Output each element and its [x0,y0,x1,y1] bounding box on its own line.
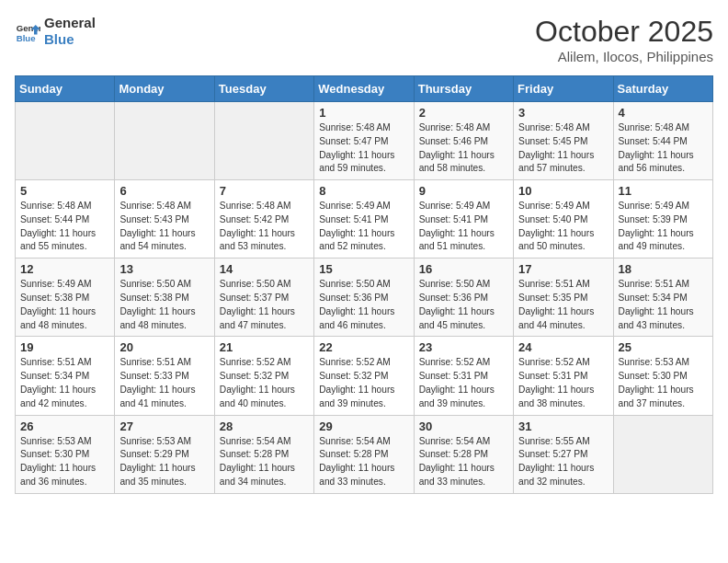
day-info: Sunrise: 5:51 AM Sunset: 5:35 PM Dayligh… [518,278,608,332]
weekday-header-wednesday: Wednesday [314,76,414,102]
day-info: Sunrise: 5:50 AM Sunset: 5:37 PM Dayligh… [220,278,309,332]
day-number: 7 [220,184,309,198]
day-info: Sunrise: 5:48 AM Sunset: 5:44 PM Dayligh… [20,200,109,254]
day-number: 14 [220,262,309,276]
calendar-cell: 30Sunrise: 5:54 AM Sunset: 5:28 PM Dayli… [414,415,513,493]
calendar-table: SundayMondayTuesdayWednesdayThursdayFrid… [15,75,713,494]
day-info: Sunrise: 5:48 AM Sunset: 5:47 PM Dayligh… [319,121,408,176]
page-header: General Blue General Blue October 2025 A… [15,15,713,64]
calendar-week-row: 5Sunrise: 5:48 AM Sunset: 5:44 PM Daylig… [16,180,713,259]
day-number: 17 [518,262,608,276]
day-info: Sunrise: 5:53 AM Sunset: 5:30 PM Dayligh… [20,435,109,489]
title-block: October 2025 Alilem, Ilocos, Philippines [535,15,713,64]
calendar-cell: 18Sunrise: 5:51 AM Sunset: 5:34 PM Dayli… [613,259,712,337]
day-number: 12 [20,262,109,276]
day-number: 27 [119,419,209,433]
calendar-cell: 23Sunrise: 5:52 AM Sunset: 5:31 PM Dayli… [414,337,513,415]
calendar-cell [16,102,115,180]
day-number: 13 [119,262,209,276]
day-number: 16 [419,262,508,276]
day-info: Sunrise: 5:52 AM Sunset: 5:32 PM Dayligh… [220,356,309,410]
day-info: Sunrise: 5:54 AM Sunset: 5:28 PM Dayligh… [220,435,309,489]
calendar-cell: 11Sunrise: 5:49 AM Sunset: 5:39 PM Dayli… [613,180,712,259]
day-info: Sunrise: 5:49 AM Sunset: 5:39 PM Dayligh… [619,200,708,254]
day-info: Sunrise: 5:54 AM Sunset: 5:28 PM Dayligh… [419,435,508,489]
calendar-cell [214,102,313,180]
calendar-cell: 21Sunrise: 5:52 AM Sunset: 5:32 PM Dayli… [214,337,313,415]
day-number: 3 [518,106,608,120]
day-info: Sunrise: 5:50 AM Sunset: 5:36 PM Dayligh… [419,278,508,332]
day-number: 8 [319,184,408,198]
weekday-header-thursday: Thursday [414,76,513,102]
weekday-header-saturday: Saturday [613,76,712,102]
calendar-cell: 16Sunrise: 5:50 AM Sunset: 5:36 PM Dayli… [414,259,513,337]
weekday-header-sunday: Sunday [16,76,115,102]
day-info: Sunrise: 5:50 AM Sunset: 5:36 PM Dayligh… [319,278,408,332]
day-number: 10 [518,184,608,198]
day-number: 4 [619,106,708,120]
calendar-week-row: 12Sunrise: 5:49 AM Sunset: 5:38 PM Dayli… [16,259,713,337]
day-info: Sunrise: 5:52 AM Sunset: 5:31 PM Dayligh… [419,356,508,410]
calendar-cell: 5Sunrise: 5:48 AM Sunset: 5:44 PM Daylig… [16,180,115,259]
calendar-week-row: 26Sunrise: 5:53 AM Sunset: 5:30 PM Dayli… [16,415,713,493]
calendar-cell [115,102,214,180]
day-number: 31 [518,419,608,433]
day-info: Sunrise: 5:51 AM Sunset: 5:34 PM Dayligh… [619,278,708,332]
day-number: 15 [319,262,408,276]
day-info: Sunrise: 5:55 AM Sunset: 5:27 PM Dayligh… [518,435,608,489]
weekday-header-friday: Friday [514,76,613,102]
calendar-week-row: 19Sunrise: 5:51 AM Sunset: 5:34 PM Dayli… [16,337,713,415]
calendar-cell: 15Sunrise: 5:50 AM Sunset: 5:36 PM Dayli… [314,259,414,337]
calendar-cell: 3Sunrise: 5:48 AM Sunset: 5:45 PM Daylig… [514,102,613,180]
calendar-cell: 28Sunrise: 5:54 AM Sunset: 5:28 PM Dayli… [214,415,313,493]
svg-text:Blue: Blue [17,33,36,43]
day-number: 9 [419,184,508,198]
day-number: 29 [319,419,408,433]
day-number: 26 [20,419,109,433]
day-number: 18 [619,262,708,276]
calendar-cell: 7Sunrise: 5:48 AM Sunset: 5:42 PM Daylig… [214,180,313,259]
calendar-cell: 1Sunrise: 5:48 AM Sunset: 5:47 PM Daylig… [314,102,414,180]
calendar-cell: 9Sunrise: 5:49 AM Sunset: 5:41 PM Daylig… [414,180,513,259]
logo-general: General [44,15,96,30]
calendar-cell: 13Sunrise: 5:50 AM Sunset: 5:38 PM Dayli… [115,259,214,337]
day-number: 28 [220,419,309,433]
logo-icon: General Blue [15,18,40,44]
calendar-cell: 14Sunrise: 5:50 AM Sunset: 5:37 PM Dayli… [214,259,313,337]
day-info: Sunrise: 5:50 AM Sunset: 5:38 PM Dayligh… [119,278,209,332]
month-title: October 2025 [535,15,713,49]
day-number: 24 [518,340,608,354]
day-number: 30 [419,419,508,433]
calendar-cell: 17Sunrise: 5:51 AM Sunset: 5:35 PM Dayli… [514,259,613,337]
day-info: Sunrise: 5:52 AM Sunset: 5:32 PM Dayligh… [319,356,408,410]
calendar-cell: 12Sunrise: 5:49 AM Sunset: 5:38 PM Dayli… [16,259,115,337]
calendar-cell: 26Sunrise: 5:53 AM Sunset: 5:30 PM Dayli… [16,415,115,493]
calendar-cell: 2Sunrise: 5:48 AM Sunset: 5:46 PM Daylig… [414,102,513,180]
calendar-cell: 10Sunrise: 5:49 AM Sunset: 5:40 PM Dayli… [514,180,613,259]
weekday-header-tuesday: Tuesday [214,76,313,102]
calendar-cell: 27Sunrise: 5:53 AM Sunset: 5:29 PM Dayli… [115,415,214,493]
logo-blue: Blue [44,31,96,48]
day-info: Sunrise: 5:48 AM Sunset: 5:44 PM Dayligh… [619,121,708,176]
day-info: Sunrise: 5:49 AM Sunset: 5:40 PM Dayligh… [518,200,608,254]
day-info: Sunrise: 5:48 AM Sunset: 5:43 PM Dayligh… [119,200,209,254]
calendar-cell: 20Sunrise: 5:51 AM Sunset: 5:33 PM Dayli… [115,337,214,415]
calendar-cell: 22Sunrise: 5:52 AM Sunset: 5:32 PM Dayli… [314,337,414,415]
day-info: Sunrise: 5:48 AM Sunset: 5:46 PM Dayligh… [419,121,508,176]
day-number: 19 [20,340,109,354]
day-info: Sunrise: 5:51 AM Sunset: 5:33 PM Dayligh… [119,356,209,410]
day-number: 22 [319,340,408,354]
day-number: 23 [419,340,508,354]
logo: General Blue General Blue [15,15,96,48]
day-info: Sunrise: 5:49 AM Sunset: 5:38 PM Dayligh… [20,278,109,332]
day-info: Sunrise: 5:53 AM Sunset: 5:30 PM Dayligh… [619,356,708,410]
calendar-cell: 8Sunrise: 5:49 AM Sunset: 5:41 PM Daylig… [314,180,414,259]
day-info: Sunrise: 5:54 AM Sunset: 5:28 PM Dayligh… [319,435,408,489]
day-info: Sunrise: 5:48 AM Sunset: 5:45 PM Dayligh… [518,121,608,176]
calendar-cell: 24Sunrise: 5:52 AM Sunset: 5:31 PM Dayli… [514,337,613,415]
calendar-cell [613,415,712,493]
calendar-cell: 4Sunrise: 5:48 AM Sunset: 5:44 PM Daylig… [613,102,712,180]
calendar-cell: 19Sunrise: 5:51 AM Sunset: 5:34 PM Dayli… [16,337,115,415]
day-info: Sunrise: 5:48 AM Sunset: 5:42 PM Dayligh… [220,200,309,254]
calendar-cell: 29Sunrise: 5:54 AM Sunset: 5:28 PM Dayli… [314,415,414,493]
